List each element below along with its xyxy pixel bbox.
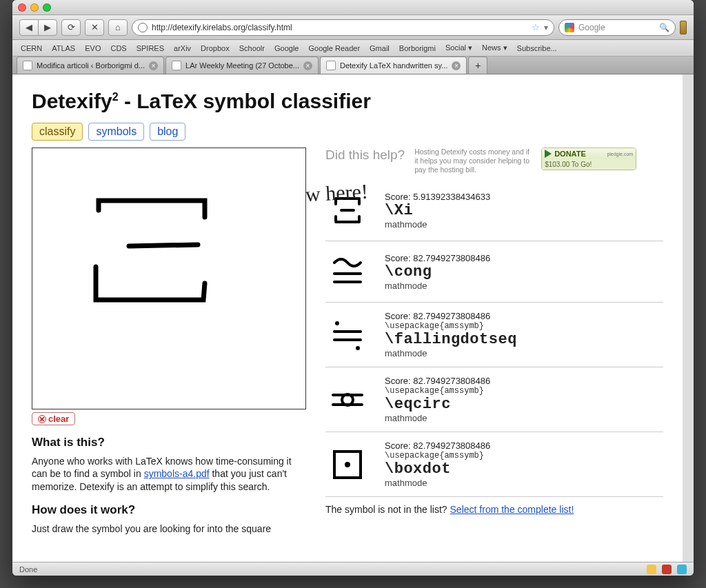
zoom-window-icon[interactable]: [43, 3, 51, 12]
result-mode: mathmode: [385, 413, 490, 423]
url-text: http://detexify.kirelabs.org/classify.ht…: [152, 23, 292, 32]
bookmark-item[interactable]: ATLAS: [52, 44, 75, 52]
scrollbar-thumb[interactable]: [684, 77, 692, 160]
minimize-window-icon[interactable]: [30, 3, 39, 12]
result-score: Score: 82.7949273808486: [385, 311, 517, 321]
result-mode: mathmode: [385, 478, 490, 488]
result-symbol-icon: [325, 443, 370, 487]
status-icon-3[interactable]: [677, 565, 687, 574]
complete-list-link[interactable]: Select from the complete list!: [450, 504, 574, 515]
tab-label: Modifica articoli ‹ Borborigmi d...: [37, 61, 145, 70]
tab-favicon-icon: [172, 61, 181, 70]
tab-close-icon[interactable]: ×: [452, 61, 461, 70]
result-row[interactable]: Score: 82.7949273808486\usepackage{amssy…: [325, 367, 663, 432]
google-logo-icon: [565, 23, 574, 32]
result-symbol-icon: [325, 250, 370, 294]
svg-point-2: [335, 321, 339, 325]
help-note: Hosting Detexify costs money and if it h…: [414, 148, 532, 174]
result-package: \usepackage{amssymb}: [385, 451, 490, 460]
reload-button[interactable]: ⟳: [61, 19, 81, 36]
bookmark-item[interactable]: Google: [274, 44, 299, 52]
not-in-list-text: The symbol is not in the list? Select fr…: [325, 504, 663, 515]
donate-amount: $103.00 To Go!: [542, 159, 636, 170]
site-favicon-icon: [138, 23, 148, 32]
bookmark-item[interactable]: Subscribe...: [517, 44, 557, 52]
svg-point-5: [356, 346, 360, 350]
result-command: \cong: [385, 263, 490, 281]
bookmark-item[interactable]: EVO: [85, 44, 101, 52]
result-command: \fallingdotseq: [385, 331, 517, 348]
bookmarks-bar: CERNATLASEVOCDSSPIRESarXivDropboxSchoolr…: [12, 40, 694, 57]
nav-symbols[interactable]: symbols: [88, 123, 144, 141]
nav-blog[interactable]: blog: [150, 123, 185, 141]
result-package: \usepackage{amssymb}: [385, 386, 490, 396]
dropdown-icon[interactable]: ▾: [544, 23, 548, 32]
result-symbol-icon: [325, 378, 370, 422]
whatis-heading: What is this?: [32, 436, 307, 449]
tab-label: Detexify LaTeX handwritten sy...: [340, 61, 447, 70]
help-question: Did this help?: [325, 148, 405, 163]
browser-tab[interactable]: Detexify LaTeX handwritten sy...×: [320, 57, 467, 74]
page-viewport: Detexify2 - LaTeX symbol classifier clas…: [12, 74, 694, 562]
search-input[interactable]: Google 🔍: [558, 19, 676, 36]
result-row[interactable]: Score: 82.7949273808486\congmathmode: [325, 241, 663, 303]
bookmark-item[interactable]: arXiv: [174, 44, 191, 52]
donate-label: DONATE: [554, 150, 586, 158]
bookmark-item[interactable]: Dropbox: [201, 44, 230, 52]
result-row[interactable]: Score: 82.7949273808486\usepackage{amssy…: [325, 303, 663, 367]
clear-button[interactable]: clear: [32, 412, 75, 425]
new-tab-button[interactable]: +: [468, 57, 487, 74]
result-command: \eqcirc: [385, 396, 490, 413]
result-score: Score: 82.7949273808486: [385, 253, 490, 263]
status-icon-2[interactable]: [662, 565, 672, 574]
bookmark-item[interactable]: CERN: [21, 44, 42, 52]
result-mode: mathmode: [385, 348, 517, 358]
clear-label: clear: [48, 414, 69, 424]
bookmark-item[interactable]: Google Reader: [308, 44, 360, 52]
donate-widget[interactable]: DONATE pledgie.com $103.00 To Go!: [541, 148, 636, 170]
close-window-icon[interactable]: [18, 3, 26, 12]
howworks-text: Just draw the symbol you are looking for…: [32, 523, 307, 536]
browser-toolbar: ◀ ▶ ⟳ ✕ ⌂ http://detexify.kirelabs.org/c…: [12, 15, 694, 40]
url-input[interactable]: http://detexify.kirelabs.org/classify.ht…: [132, 19, 554, 36]
tab-close-icon[interactable]: ×: [303, 61, 312, 70]
nav-classify[interactable]: classify: [32, 123, 83, 141]
search-icon[interactable]: 🔍: [659, 23, 669, 32]
bookmark-star-icon[interactable]: ☆: [532, 22, 540, 32]
result-row[interactable]: Score: 82.7949273808486\usepackage{amssy…: [325, 432, 663, 497]
bookmark-item[interactable]: Schoolr: [239, 44, 265, 52]
svg-point-10: [345, 462, 350, 467]
search-placeholder: Google: [578, 23, 605, 32]
bookmark-item[interactable]: Gmail: [370, 44, 390, 52]
status-bar: Done: [12, 562, 694, 576]
symbols-pdf-link[interactable]: symbols-a4.pdf: [144, 468, 210, 479]
tab-strip: Modifica articoli ‹ Borborigmi d...×LAr …: [12, 57, 694, 74]
result-mode: mathmode: [385, 281, 490, 291]
bookmark-item[interactable]: Social ▾: [445, 43, 472, 52]
forward-button[interactable]: ▶: [38, 19, 57, 36]
result-score: Score: 82.7949273808486: [385, 376, 490, 386]
window-titlebar: [12, 0, 694, 15]
bookmark-item[interactable]: SPIRES: [137, 44, 164, 52]
browser-tab[interactable]: LAr Weekly Meeting (27 Octobe...×: [165, 57, 319, 74]
stop-button[interactable]: ✕: [85, 19, 104, 36]
back-button[interactable]: ◀: [19, 19, 39, 36]
tab-close-icon[interactable]: ×: [149, 61, 158, 70]
drawing-canvas[interactable]: [32, 148, 306, 409]
result-command: \boxdot: [385, 460, 490, 478]
bookmark-item[interactable]: News ▾: [482, 43, 507, 52]
result-symbol-icon: [325, 313, 370, 357]
clear-x-icon: [38, 415, 46, 423]
status-icon-1[interactable]: [647, 565, 656, 574]
browser-window: ◀ ▶ ⟳ ✕ ⌂ http://detexify.kirelabs.org/c…: [12, 0, 694, 576]
page-title: Detexify2 - LaTeX symbol classifier: [32, 90, 663, 113]
bookmark-item[interactable]: CDS: [110, 44, 126, 52]
home-button[interactable]: ⌂: [108, 19, 128, 36]
browser-tab[interactable]: Modifica articoli ‹ Borborigmi d...×: [17, 57, 164, 74]
page-nav: classifysymbolsblog: [32, 123, 663, 141]
bookmark-item[interactable]: Borborigmi: [399, 44, 436, 52]
play-icon: [545, 150, 552, 158]
result-score: Score: 82.7949273808486: [385, 440, 490, 451]
library-icon[interactable]: [680, 21, 687, 34]
whatis-text: Anyone who works with LaTeX knows how ti…: [32, 455, 307, 494]
